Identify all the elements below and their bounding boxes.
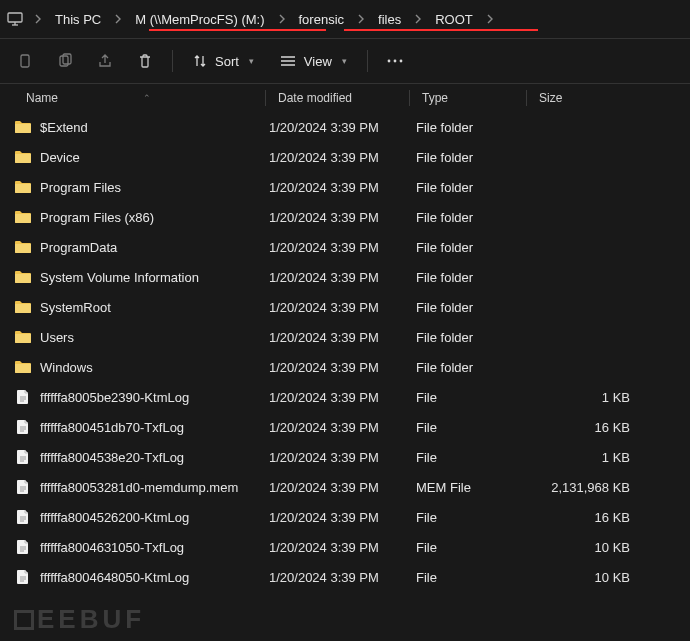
file-type: File folder <box>410 360 528 375</box>
monitor-icon[interactable] <box>6 10 24 28</box>
folder-icon <box>14 238 32 256</box>
file-name: System Volume Information <box>40 270 199 285</box>
more-button[interactable] <box>378 45 412 77</box>
breadcrumb-item[interactable]: M (\\MemProcFS) (M:) <box>132 10 267 29</box>
svg-point-10 <box>393 60 396 63</box>
table-row[interactable]: $Extend1/20/2024 3:39 PMFile folder <box>0 112 690 142</box>
file-name: Program Files <box>40 180 121 195</box>
file-icon <box>14 568 32 586</box>
highlight-underline <box>344 29 538 31</box>
sort-button[interactable]: Sort ▾ <box>183 45 264 77</box>
folder-icon <box>14 328 32 346</box>
share-button[interactable] <box>88 45 122 77</box>
column-header-name[interactable]: Name ⌃ <box>0 84 265 112</box>
copy-button[interactable] <box>48 45 82 77</box>
file-name: ffffffa800451db70-TxfLog <box>40 420 184 435</box>
folder-icon <box>14 358 32 376</box>
table-row[interactable]: ffffffa80053281d0-memdump.mem1/20/2024 3… <box>0 472 690 502</box>
file-size: 10 KB <box>528 570 648 585</box>
chevron-right-icon[interactable] <box>272 9 292 29</box>
view-icon <box>280 55 296 67</box>
file-type: File <box>410 450 528 465</box>
file-name: ProgramData <box>40 240 117 255</box>
table-row[interactable]: ffffffa8004648050-KtmLog1/20/2024 3:39 P… <box>0 562 690 592</box>
breadcrumb-item[interactable]: forensic <box>296 10 348 29</box>
table-row[interactable]: Program Files (x86)1/20/2024 3:39 PMFile… <box>0 202 690 232</box>
chevron-right-icon[interactable] <box>108 9 128 29</box>
file-date: 1/20/2024 3:39 PM <box>265 270 410 285</box>
file-size: 2,131,968 KB <box>528 480 648 495</box>
file-date: 1/20/2024 3:39 PM <box>265 510 410 525</box>
table-row[interactable]: Windows1/20/2024 3:39 PMFile folder <box>0 352 690 382</box>
table-row[interactable]: ffffffa8004631050-TxfLog1/20/2024 3:39 P… <box>0 532 690 562</box>
table-row[interactable]: ProgramData1/20/2024 3:39 PMFile folder <box>0 232 690 262</box>
file-date: 1/20/2024 3:39 PM <box>265 420 410 435</box>
file-size: 1 KB <box>528 450 648 465</box>
cut-button[interactable] <box>8 45 42 77</box>
watermark-text: EEBUF <box>37 604 145 635</box>
file-icon <box>14 478 32 496</box>
file-list: $Extend1/20/2024 3:39 PMFile folderDevic… <box>0 112 690 592</box>
column-header-date[interactable]: Date modified <box>266 84 409 112</box>
file-type: File <box>410 420 528 435</box>
file-icon <box>14 538 32 556</box>
breadcrumb-item[interactable]: files <box>375 10 404 29</box>
file-type: File folder <box>410 150 528 165</box>
file-size: 10 KB <box>528 540 648 555</box>
file-type: File folder <box>410 240 528 255</box>
file-date: 1/20/2024 3:39 PM <box>265 540 410 555</box>
file-icon <box>14 448 32 466</box>
column-header-size[interactable]: Size <box>527 84 645 112</box>
delete-button[interactable] <box>128 45 162 77</box>
file-date: 1/20/2024 3:39 PM <box>265 570 410 585</box>
file-name: ffffffa8004538e20-TxfLog <box>40 450 184 465</box>
file-type: File folder <box>410 330 528 345</box>
watermark: EEBUF <box>14 604 145 635</box>
file-date: 1/20/2024 3:39 PM <box>265 180 410 195</box>
file-type: File folder <box>410 120 528 135</box>
table-row[interactable]: System Volume Information1/20/2024 3:39 … <box>0 262 690 292</box>
view-button[interactable]: View ▾ <box>270 45 357 77</box>
folder-icon <box>14 148 32 166</box>
file-name: Windows <box>40 360 93 375</box>
file-type: File <box>410 570 528 585</box>
table-row[interactable]: ffffffa8004538e20-TxfLog1/20/2024 3:39 P… <box>0 442 690 472</box>
table-row[interactable]: ffffffa8004526200-KtmLog1/20/2024 3:39 P… <box>0 502 690 532</box>
file-type: File folder <box>410 180 528 195</box>
svg-point-9 <box>387 60 390 63</box>
table-row[interactable]: Program Files1/20/2024 3:39 PMFile folde… <box>0 172 690 202</box>
table-row[interactable]: Device1/20/2024 3:39 PMFile folder <box>0 142 690 172</box>
sort-icon <box>193 54 207 68</box>
table-row[interactable]: Users1/20/2024 3:39 PMFile folder <box>0 322 690 352</box>
file-icon <box>14 508 32 526</box>
file-size: 16 KB <box>528 510 648 525</box>
breadcrumb-item[interactable]: This PC <box>52 10 104 29</box>
chevron-right-icon[interactable] <box>408 9 428 29</box>
file-name: ffffffa80053281d0-memdump.mem <box>40 480 238 495</box>
file-icon <box>14 418 32 436</box>
table-row[interactable]: SystemRoot1/20/2024 3:39 PMFile folder <box>0 292 690 322</box>
folder-icon <box>14 298 32 316</box>
file-icon <box>14 388 32 406</box>
file-name: ffffffa8004631050-TxfLog <box>40 540 184 555</box>
breadcrumb-item[interactable]: ROOT <box>432 10 476 29</box>
table-row[interactable]: ffffffa8005be2390-KtmLog1/20/2024 3:39 P… <box>0 382 690 412</box>
chevron-down-icon: ▾ <box>342 56 347 66</box>
chevron-right-icon[interactable] <box>351 9 371 29</box>
svg-rect-0 <box>8 13 22 22</box>
table-row[interactable]: ffffffa800451db70-TxfLog1/20/2024 3:39 P… <box>0 412 690 442</box>
svg-rect-3 <box>21 55 29 67</box>
folder-icon <box>14 268 32 286</box>
file-type: File folder <box>410 300 528 315</box>
chevron-right-icon[interactable] <box>28 9 48 29</box>
toolbar-separator <box>367 50 368 72</box>
highlight-underline <box>149 29 326 31</box>
file-date: 1/20/2024 3:39 PM <box>265 210 410 225</box>
chevron-down-icon: ▾ <box>249 56 254 66</box>
file-type: MEM File <box>410 480 528 495</box>
file-name: Device <box>40 150 80 165</box>
column-header-type[interactable]: Type <box>410 84 526 112</box>
file-name: Users <box>40 330 74 345</box>
chevron-right-icon[interactable] <box>480 9 500 29</box>
file-name: ffffffa8004526200-KtmLog <box>40 510 189 525</box>
